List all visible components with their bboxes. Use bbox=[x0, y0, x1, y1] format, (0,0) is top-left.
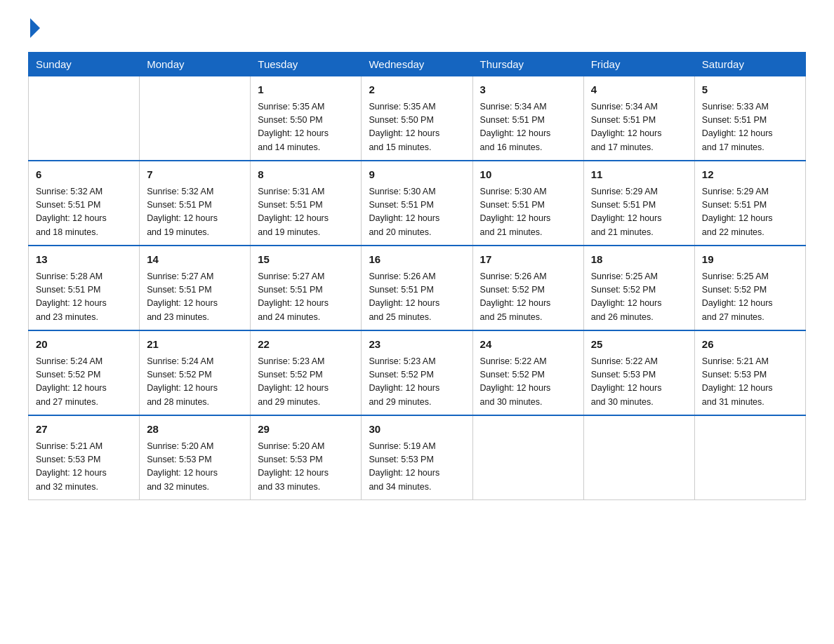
day-info: Sunrise: 5:30 AMSunset: 5:51 PMDaylight:… bbox=[369, 185, 465, 240]
calendar-cell: 15Sunrise: 5:27 AMSunset: 5:51 PMDayligh… bbox=[251, 246, 362, 330]
day-number: 29 bbox=[258, 422, 354, 438]
day-header-friday: Friday bbox=[583, 53, 694, 76]
day-header-tuesday: Tuesday bbox=[251, 53, 362, 76]
day-number: 7 bbox=[147, 167, 243, 183]
calendar-cell: 11Sunrise: 5:29 AMSunset: 5:51 PMDayligh… bbox=[583, 161, 694, 246]
day-number: 5 bbox=[702, 82, 798, 98]
day-info: Sunrise: 5:28 AMSunset: 5:51 PMDaylight:… bbox=[36, 270, 132, 325]
day-info: Sunrise: 5:26 AMSunset: 5:51 PMDaylight:… bbox=[369, 270, 465, 325]
calendar-header: SundayMondayTuesdayWednesdayThursdayFrid… bbox=[29, 53, 806, 76]
day-info: Sunrise: 5:23 AMSunset: 5:52 PMDaylight:… bbox=[258, 355, 354, 410]
calendar-cell: 26Sunrise: 5:21 AMSunset: 5:53 PMDayligh… bbox=[694, 330, 805, 415]
day-number: 6 bbox=[36, 167, 132, 183]
day-number: 27 bbox=[36, 422, 132, 438]
calendar-cell: 28Sunrise: 5:20 AMSunset: 5:53 PMDayligh… bbox=[140, 415, 251, 500]
calendar-table: SundayMondayTuesdayWednesdayThursdayFrid… bbox=[28, 52, 806, 500]
calendar-cell bbox=[472, 415, 583, 500]
day-number: 23 bbox=[369, 337, 465, 353]
day-info: Sunrise: 5:20 AMSunset: 5:53 PMDaylight:… bbox=[147, 440, 243, 495]
calendar-week-row: 20Sunrise: 5:24 AMSunset: 5:52 PMDayligh… bbox=[29, 330, 806, 415]
day-number: 13 bbox=[36, 252, 132, 268]
calendar-cell: 14Sunrise: 5:27 AMSunset: 5:51 PMDayligh… bbox=[140, 246, 251, 330]
calendar-cell: 25Sunrise: 5:22 AMSunset: 5:53 PMDayligh… bbox=[583, 330, 694, 415]
day-info: Sunrise: 5:21 AMSunset: 5:53 PMDaylight:… bbox=[702, 355, 798, 410]
day-info: Sunrise: 5:24 AMSunset: 5:52 PMDaylight:… bbox=[36, 355, 132, 410]
day-number: 28 bbox=[147, 422, 243, 438]
calendar-cell: 17Sunrise: 5:26 AMSunset: 5:52 PMDayligh… bbox=[472, 246, 583, 330]
day-info: Sunrise: 5:35 AMSunset: 5:50 PMDaylight:… bbox=[258, 100, 354, 155]
calendar-cell: 18Sunrise: 5:25 AMSunset: 5:52 PMDayligh… bbox=[583, 246, 694, 330]
day-info: Sunrise: 5:20 AMSunset: 5:53 PMDaylight:… bbox=[258, 440, 354, 495]
calendar-cell: 3Sunrise: 5:34 AMSunset: 5:51 PMDaylight… bbox=[472, 76, 583, 161]
calendar-cell: 10Sunrise: 5:30 AMSunset: 5:51 PMDayligh… bbox=[472, 161, 583, 246]
calendar-cell: 21Sunrise: 5:24 AMSunset: 5:52 PMDayligh… bbox=[140, 330, 251, 415]
day-number: 4 bbox=[591, 82, 687, 98]
calendar-cell: 30Sunrise: 5:19 AMSunset: 5:53 PMDayligh… bbox=[362, 415, 472, 500]
calendar-cell: 1Sunrise: 5:35 AMSunset: 5:50 PMDaylight… bbox=[251, 76, 362, 161]
calendar-week-row: 6Sunrise: 5:32 AMSunset: 5:51 PMDaylight… bbox=[29, 161, 806, 246]
day-number: 24 bbox=[480, 337, 576, 353]
day-header-wednesday: Wednesday bbox=[362, 53, 472, 76]
day-header-sunday: Sunday bbox=[29, 53, 140, 76]
calendar-cell: 16Sunrise: 5:26 AMSunset: 5:51 PMDayligh… bbox=[362, 246, 472, 330]
calendar-cell: 20Sunrise: 5:24 AMSunset: 5:52 PMDayligh… bbox=[29, 330, 140, 415]
day-info: Sunrise: 5:22 AMSunset: 5:53 PMDaylight:… bbox=[591, 355, 687, 410]
day-info: Sunrise: 5:29 AMSunset: 5:51 PMDaylight:… bbox=[702, 185, 798, 240]
day-info: Sunrise: 5:27 AMSunset: 5:51 PMDaylight:… bbox=[147, 270, 243, 325]
page-header bbox=[28, 21, 806, 38]
calendar-cell: 19Sunrise: 5:25 AMSunset: 5:52 PMDayligh… bbox=[694, 246, 805, 330]
day-info: Sunrise: 5:29 AMSunset: 5:51 PMDaylight:… bbox=[591, 185, 687, 240]
day-info: Sunrise: 5:25 AMSunset: 5:52 PMDaylight:… bbox=[591, 270, 687, 325]
calendar-cell bbox=[694, 415, 805, 500]
day-info: Sunrise: 5:25 AMSunset: 5:52 PMDaylight:… bbox=[702, 270, 798, 325]
day-info: Sunrise: 5:23 AMSunset: 5:52 PMDaylight:… bbox=[369, 355, 465, 410]
day-number: 20 bbox=[36, 337, 132, 353]
day-info: Sunrise: 5:26 AMSunset: 5:52 PMDaylight:… bbox=[480, 270, 576, 325]
day-info: Sunrise: 5:32 AMSunset: 5:51 PMDaylight:… bbox=[36, 185, 132, 240]
day-number: 21 bbox=[147, 337, 243, 353]
calendar-cell: 8Sunrise: 5:31 AMSunset: 5:51 PMDaylight… bbox=[251, 161, 362, 246]
day-info: Sunrise: 5:30 AMSunset: 5:51 PMDaylight:… bbox=[480, 185, 576, 240]
day-number: 30 bbox=[369, 422, 465, 438]
day-info: Sunrise: 5:24 AMSunset: 5:52 PMDaylight:… bbox=[147, 355, 243, 410]
day-header-row: SundayMondayTuesdayWednesdayThursdayFrid… bbox=[29, 53, 806, 76]
day-number: 14 bbox=[147, 252, 243, 268]
day-number: 10 bbox=[480, 167, 576, 183]
day-info: Sunrise: 5:22 AMSunset: 5:52 PMDaylight:… bbox=[480, 355, 576, 410]
day-info: Sunrise: 5:32 AMSunset: 5:51 PMDaylight:… bbox=[147, 185, 243, 240]
day-header-saturday: Saturday bbox=[694, 53, 805, 76]
calendar-cell: 29Sunrise: 5:20 AMSunset: 5:53 PMDayligh… bbox=[251, 415, 362, 500]
calendar-cell: 9Sunrise: 5:30 AMSunset: 5:51 PMDaylight… bbox=[362, 161, 472, 246]
day-number: 3 bbox=[480, 82, 576, 98]
day-number: 9 bbox=[369, 167, 465, 183]
calendar-cell: 4Sunrise: 5:34 AMSunset: 5:51 PMDaylight… bbox=[583, 76, 694, 161]
calendar-week-row: 1Sunrise: 5:35 AMSunset: 5:50 PMDaylight… bbox=[29, 76, 806, 161]
day-header-thursday: Thursday bbox=[472, 53, 583, 76]
day-number: 18 bbox=[591, 252, 687, 268]
day-number: 2 bbox=[369, 82, 465, 98]
calendar-cell: 22Sunrise: 5:23 AMSunset: 5:52 PMDayligh… bbox=[251, 330, 362, 415]
day-number: 17 bbox=[480, 252, 576, 268]
day-info: Sunrise: 5:27 AMSunset: 5:51 PMDaylight:… bbox=[258, 270, 354, 325]
day-info: Sunrise: 5:34 AMSunset: 5:51 PMDaylight:… bbox=[591, 100, 687, 155]
day-number: 16 bbox=[369, 252, 465, 268]
day-header-monday: Monday bbox=[140, 53, 251, 76]
day-info: Sunrise: 5:31 AMSunset: 5:51 PMDaylight:… bbox=[258, 185, 354, 240]
day-number: 12 bbox=[702, 167, 798, 183]
calendar-cell: 27Sunrise: 5:21 AMSunset: 5:53 PMDayligh… bbox=[29, 415, 140, 500]
day-info: Sunrise: 5:33 AMSunset: 5:51 PMDaylight:… bbox=[702, 100, 798, 155]
calendar-week-row: 13Sunrise: 5:28 AMSunset: 5:51 PMDayligh… bbox=[29, 246, 806, 330]
calendar-cell: 13Sunrise: 5:28 AMSunset: 5:51 PMDayligh… bbox=[29, 246, 140, 330]
calendar-cell: 5Sunrise: 5:33 AMSunset: 5:51 PMDaylight… bbox=[694, 76, 805, 161]
calendar-cell bbox=[583, 415, 694, 500]
calendar-week-row: 27Sunrise: 5:21 AMSunset: 5:53 PMDayligh… bbox=[29, 415, 806, 500]
calendar-cell bbox=[140, 76, 251, 161]
calendar-body: 1Sunrise: 5:35 AMSunset: 5:50 PMDaylight… bbox=[29, 76, 806, 500]
logo-arrow-icon bbox=[30, 18, 40, 38]
calendar-cell bbox=[29, 76, 140, 161]
day-number: 8 bbox=[258, 167, 354, 183]
day-info: Sunrise: 5:34 AMSunset: 5:51 PMDaylight:… bbox=[480, 100, 576, 155]
day-number: 22 bbox=[258, 337, 354, 353]
calendar-cell: 23Sunrise: 5:23 AMSunset: 5:52 PMDayligh… bbox=[362, 330, 472, 415]
calendar-cell: 6Sunrise: 5:32 AMSunset: 5:51 PMDaylight… bbox=[29, 161, 140, 246]
